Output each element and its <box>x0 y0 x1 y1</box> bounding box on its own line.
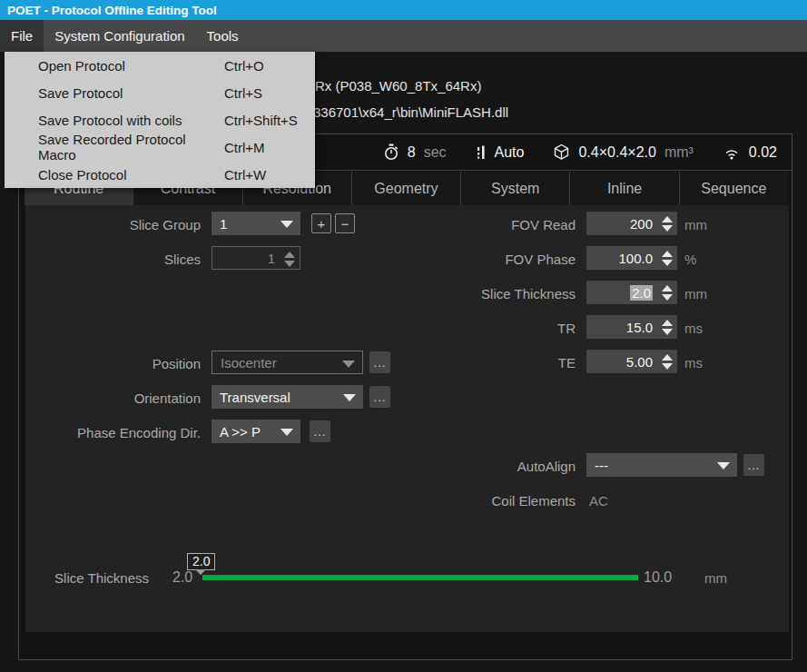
sar-value: 0.02 <box>749 144 777 161</box>
tr-input[interactable]: 15.0 <box>586 315 677 339</box>
fov-read-label: FOV Read <box>407 217 576 232</box>
tr-value: 15.0 <box>626 320 653 335</box>
add-slice-group-button[interactable]: + <box>311 213 331 233</box>
poet-window: { "window": { "title": "POET - Protocol … <box>0 0 807 672</box>
slice-thickness-unit: mm <box>684 286 707 301</box>
slice-group-combo[interactable]: 1 <box>212 212 300 235</box>
chevron-down-icon <box>280 429 293 436</box>
tab-geometry[interactable]: Geometry <box>352 172 461 205</box>
voxel-size-unit: mm³ <box>664 144 694 161</box>
fov-read-unit: mm <box>684 217 707 232</box>
slice-group-value: 1 <box>220 216 227 232</box>
tab-system[interactable]: System <box>461 172 570 205</box>
slice-thickness-input[interactable]: 2.0 <box>586 281 677 304</box>
slices-input: 1 <box>212 246 300 270</box>
position-value: Isocenter <box>221 355 277 371</box>
fov-phase-spinner-arrows[interactable] <box>662 246 673 270</box>
shortcut-save-protocol: Ctrl+S <box>224 85 315 101</box>
orientation-combo[interactable]: Transversal <box>212 385 363 409</box>
position-label: Position <box>25 356 201 371</box>
menu-file[interactable]: File <box>0 20 44 52</box>
te-value: 5.00 <box>626 354 653 370</box>
tr-spinner-arrows[interactable] <box>662 315 673 339</box>
chevron-down-icon <box>342 361 355 368</box>
slider-value-tooltip: 2.0 <box>187 553 215 570</box>
routine-form-panel: Slice Group 1 + − Slices 1 Position Isoc… <box>25 205 789 632</box>
phase-encoding-dir-value: A >> P <box>220 424 261 440</box>
orientation-more-button[interactable]: ... <box>369 386 390 408</box>
menu-tools[interactable]: Tools <box>196 20 250 52</box>
wifi-icon <box>723 145 741 160</box>
shortcut-close-protocol: Ctrl+W <box>224 167 315 183</box>
remove-slice-group-button[interactable]: − <box>335 213 355 233</box>
fov-read-value: 200 <box>630 216 653 232</box>
slices-spinner-arrows <box>284 247 295 271</box>
menu-item-close-protocol[interactable]: Close Protocol Ctrl+W <box>5 161 315 188</box>
te-spinner-arrows[interactable] <box>662 350 673 373</box>
fov-read-input[interactable]: 200 <box>586 212 677 235</box>
title-bar: POET - Protocol Offline Editing Tool <box>0 0 807 20</box>
te-unit: ms <box>684 355 703 371</box>
chevron-down-icon <box>717 462 730 469</box>
te-input[interactable]: 5.00 <box>586 350 677 373</box>
slice-thickness-spinner-arrows[interactable] <box>662 281 673 304</box>
menu-item-open-protocol[interactable]: Open Protocol Ctrl+O <box>5 52 315 79</box>
scan-time-value: 8 <box>408 144 416 161</box>
autoalign-combo[interactable]: --- <box>586 453 737 477</box>
shortcut-save-protocol-with-coils: Ctrl+Shift+S <box>224 113 315 128</box>
position-combo: Isocenter <box>212 351 363 374</box>
fov-phase-value: 100.0 <box>618 251 653 266</box>
chevron-down-icon <box>343 394 356 401</box>
tr-unit: ms <box>684 321 703 336</box>
slice-thickness-slider[interactable] <box>202 575 638 580</box>
coil-elements-value: AC <box>589 493 608 509</box>
file-menu-popup: Open Protocol Ctrl+O Save Protocol Ctrl+… <box>5 52 315 188</box>
coil-elements-label: Coil Elements <box>407 493 576 509</box>
fov-phase-unit: % <box>684 252 696 267</box>
phase-encoding-dir-combo[interactable]: A >> P <box>212 420 300 443</box>
voxel-cube-icon <box>553 143 570 161</box>
voxel-size-value: 0.4×0.4×2.0 <box>578 144 655 161</box>
protocol-name-text: Rx (P038_W60_8Tx_64Rx) <box>315 78 481 94</box>
auto-adjust-icon <box>476 144 487 161</box>
menu-item-save-protocol-with-coils[interactable]: Save Protocol with coils Ctrl+Shift+S <box>5 106 315 133</box>
scan-time-unit: sec <box>424 144 447 161</box>
fov-phase-label: FOV Phase <box>407 252 576 267</box>
autoalign-value: --- <box>595 458 608 473</box>
menu-item-save-recorded-protocol-macro[interactable]: Save Recorded Protocol Macro Ctrl+M <box>5 133 315 161</box>
menu-bar: File System Configuration Tools <box>0 20 807 52</box>
position-more-button[interactable]: ... <box>369 351 390 373</box>
shortcut-save-recorded-protocol-macro: Ctrl+M <box>224 140 315 155</box>
te-label: TE <box>407 355 576 371</box>
orientation-label: Orientation <box>25 390 201 406</box>
slices-label: Slices <box>25 252 201 267</box>
slider-min-label: 2.0 <box>172 569 192 586</box>
autoalign-more-button[interactable]: ... <box>743 454 764 476</box>
phase-encoding-dir-more-button[interactable]: ... <box>310 420 330 442</box>
slider-slice-thickness-label: Slice Thickness <box>25 570 149 586</box>
orientation-value: Transversal <box>220 390 290 405</box>
phase-encoding-dir-label: Phase Encoding Dir. <box>25 425 201 440</box>
menu-system-configuration[interactable]: System Configuration <box>44 20 195 52</box>
slice-group-label: Slice Group <box>25 217 201 232</box>
tab-sequence[interactable]: Sequence <box>680 172 788 205</box>
slices-value: 1 <box>268 251 275 266</box>
protocol-container: 8 sec Auto 0.4×0.4×2.0 mm³ <box>18 133 792 660</box>
fov-phase-input[interactable]: 100.0 <box>586 246 677 270</box>
window-title: POET - Protocol Offline Editing Tool <box>7 4 217 17</box>
fov-read-spinner-arrows[interactable] <box>662 212 673 235</box>
autoalign-label: AutoAlign <box>407 459 576 474</box>
slider-unit: mm <box>704 570 727 586</box>
adjust-mode-value: Auto <box>495 144 525 161</box>
tr-label: TR <box>407 321 576 336</box>
stopwatch-icon <box>383 143 399 161</box>
shortcut-open-protocol: Ctrl+O <box>224 58 315 74</box>
chevron-down-icon <box>280 221 293 228</box>
menu-item-save-protocol[interactable]: Save Protocol Ctrl+S <box>5 79 315 106</box>
slice-thickness-value: 2.0 <box>630 285 653 301</box>
tab-inline[interactable]: Inline <box>570 172 679 205</box>
slider-max-label: 10.0 <box>644 569 672 586</box>
sequence-dll-path-text: 336701\x64_r\bin\MiniFLASH.dll <box>313 104 508 120</box>
slice-thickness-label: Slice Thickness <box>407 286 576 301</box>
